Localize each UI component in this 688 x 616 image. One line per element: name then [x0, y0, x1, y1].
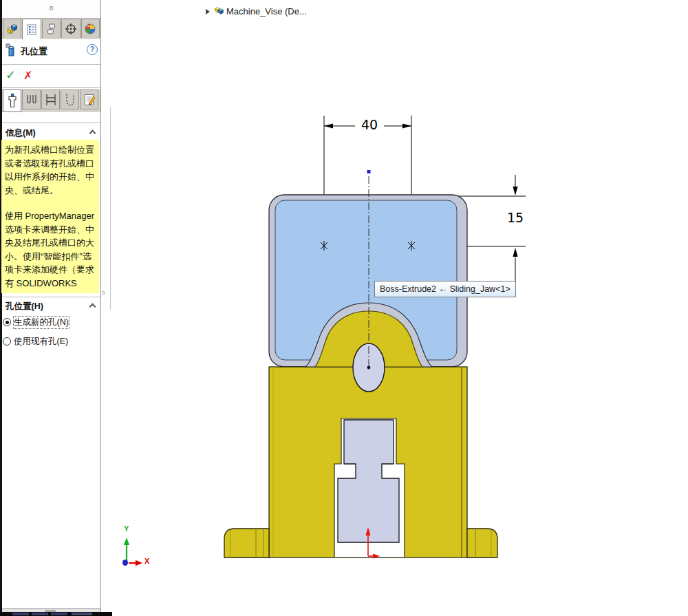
featuremanager-icon — [6, 23, 19, 35]
divider — [2, 87, 100, 88]
tab-smart-fasteners[interactable] — [80, 89, 98, 109]
divider — [2, 297, 100, 297]
radio-use-existing-hole[interactable]: 使用现有孔(E) — [3, 336, 68, 347]
dimension-width-value[interactable]: 40 — [356, 117, 383, 132]
hole-center-point[interactable] — [367, 366, 371, 370]
taskbar-segment — [51, 613, 67, 615]
panel-title: 孔位置 — [21, 45, 47, 58]
thread-icon — [63, 92, 77, 107]
panel-top-strip: 0 — [2, 0, 100, 19]
info-paragraph-2: 使用 PropertyManager 选项卡来调整开始、中央及结尾孔或槽口的大小… — [5, 209, 96, 293]
axis-x-label: X — [144, 557, 149, 565]
tab-thread[interactable] — [61, 89, 79, 109]
radio-use-existing-hole-label[interactable]: 使用现有孔(E) — [14, 336, 68, 348]
t-slot-body[interactable] — [338, 420, 399, 542]
configurationmanager-icon — [45, 23, 58, 35]
graphics-area[interactable]: Machine_Vise (De... ✓ ✗ 40 15 Boss-Extru… — [100, 0, 688, 616]
tab-middle-hole[interactable] — [22, 89, 41, 109]
assembly-icon — [214, 6, 224, 17]
tab-featuremanager[interactable] — [3, 19, 21, 38]
info-section-header[interactable]: 信息(M) — [6, 127, 36, 139]
tab-displaymanager[interactable] — [81, 19, 100, 38]
tab-propertymanager[interactable] — [22, 19, 41, 39]
info-message-box: 为新孔或槽口绘制位置或者选取现有孔或槽口以用作系列的开始、中央、或结尾。 使用 … — [1, 140, 99, 293]
radio-create-new-hole[interactable]: 生成新的孔(N) — [3, 317, 69, 328]
hole-wizard-icon — [6, 43, 17, 57]
flyout-feature-tree[interactable]: Machine_Vise (De... — [206, 6, 307, 17]
middle-hole-icon — [25, 92, 39, 107]
view-triad — [122, 538, 142, 566]
tab-dimxpertmanager[interactable] — [61, 19, 80, 38]
axis-y-label: Y — [124, 524, 129, 533]
smart-fasteners-icon — [83, 92, 96, 107]
scroll-artifact: 0 — [102, 290, 105, 296]
hole-series-tab-bar — [2, 89, 100, 112]
hole-position-section-header[interactable]: 孔位置(H) — [6, 301, 43, 312]
manager-tab-bar — [2, 19, 100, 39]
sketch-vertex-blue[interactable] — [367, 170, 371, 173]
collapse-chevron-icon[interactable] — [89, 304, 96, 310]
collapse-chevron-icon[interactable] — [89, 130, 96, 137]
start-hole-icon — [6, 94, 19, 109]
feature-tree-item-label[interactable]: Machine_Vise (De... — [226, 6, 307, 17]
tab-configurationmanager[interactable] — [42, 19, 61, 38]
displaymanager-sphere-icon — [84, 23, 96, 35]
model-canvas — [1, 0, 688, 616]
selection-tooltip: Boss-Extrude2 ← Sliding_Jaw<1> — [374, 281, 516, 297]
taskbar-sliver — [0, 612, 112, 616]
info-paragraph-1: 为新孔或槽口绘制位置或者选取现有孔或槽口以用作系列的开始、中央、或结尾。 — [5, 143, 96, 197]
taskbar-segment — [32, 613, 48, 615]
tab-end-hole[interactable] — [41, 89, 60, 109]
dimxpert-target-icon — [65, 23, 77, 35]
taskbar-segment — [12, 613, 29, 615]
cancel-button[interactable]: ✗ — [23, 69, 32, 82]
radio-create-new-hole-label[interactable]: 生成新的孔(N) — [14, 317, 69, 328]
expand-arrow-icon[interactable] — [206, 9, 210, 14]
ok-button[interactable]: ✓ — [6, 67, 16, 83]
end-hole-icon — [44, 92, 58, 107]
propertymanager-icon — [25, 23, 38, 36]
divider — [2, 64, 100, 65]
radio-selected-icon[interactable] — [3, 318, 11, 326]
panel-edge-line — [110, 107, 111, 310]
property-manager-panel: 0 — [0, 0, 100, 616]
help-icon[interactable]: ? — [87, 44, 98, 55]
taskbar-segment — [72, 613, 92, 615]
radio-unselected-icon[interactable] — [3, 337, 11, 346]
dimension-height-value[interactable]: 15 — [507, 210, 524, 225]
divider — [2, 123, 100, 123]
tab-start-hole[interactable] — [3, 89, 21, 112]
